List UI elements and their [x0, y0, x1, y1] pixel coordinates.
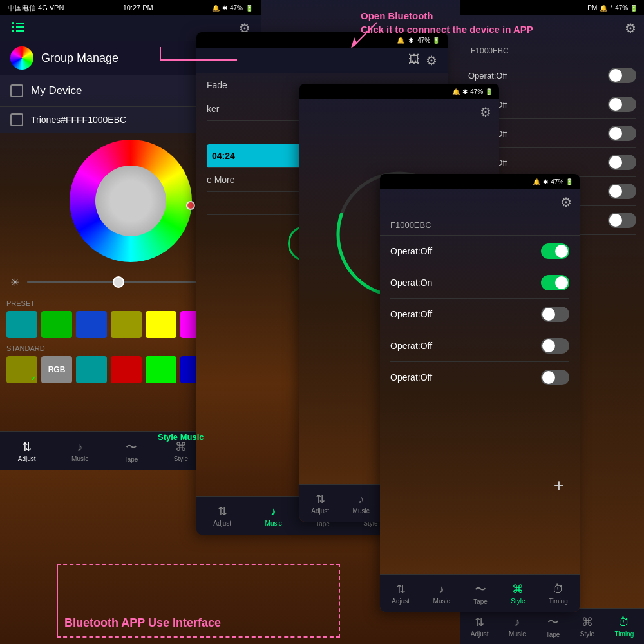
toggle-5-2[interactable] [608, 97, 636, 112]
annotation-line-group [160, 59, 237, 61]
bluetooth-annotation-text2: Click it to connnect the device in APP [361, 23, 533, 36]
screen4-nav-music[interactable]: ♪ Music [433, 583, 450, 605]
nav-music[interactable]: ♪ Music [71, 440, 88, 462]
screen3-gear-icon[interactable]: ⚙ [480, 104, 491, 120]
brightness-slider-thumb[interactable] [113, 276, 124, 288]
schedule-item-4-1: Operat:Off [390, 236, 569, 267]
screen5-time: PM [587, 5, 597, 12]
color-wheel-container[interactable] [70, 140, 192, 262]
song-title-fade: Fade [207, 80, 227, 90]
screen2-gear-icon[interactable]: ⚙ [426, 53, 437, 68]
screen4-nav-adjust[interactable]: ⇅ Adjust [392, 582, 410, 605]
tape-icon-5: 〜 [547, 614, 559, 630]
standard-swatch-rgb[interactable]: RGB [41, 356, 72, 383]
preset-swatch-2[interactable] [41, 311, 72, 338]
schedule-item-4-3: Operat:Off [390, 299, 569, 330]
style-nav-label: Style [174, 455, 188, 462]
toggle-5-1[interactable] [608, 68, 636, 83]
bt-icon: ✱ [222, 5, 227, 12]
screen4-tape-label: Tape [473, 598, 488, 605]
toggle-5-6[interactable] [608, 213, 636, 228]
screen2-nav-music[interactable]: ♪ Music [265, 505, 282, 527]
screen5-nav-timing[interactable]: ⏱ Timing [615, 616, 634, 638]
screen4-timing-label: Timing [549, 598, 568, 605]
preset-swatch-5[interactable] [146, 311, 176, 338]
screen5-style-label: Style [580, 630, 594, 638]
schedule-label-5-1: Operat:Off [468, 71, 507, 80]
style-nav-icon: ⌘ [175, 440, 187, 454]
toggle-4-2[interactable] [541, 275, 569, 290]
image-icon[interactable]: 🖼 [408, 53, 420, 68]
song-title-ker: ker [207, 104, 219, 114]
nav-tape[interactable]: 〜 Tape [124, 439, 138, 463]
toggle-4-3[interactable] [541, 307, 569, 322]
screen3-nav-adjust[interactable]: ⇅ Adjust [311, 492, 329, 515]
color-wheel[interactable] [70, 140, 192, 262]
standard-swatch-5[interactable] [146, 356, 176, 383]
standard-swatch-3[interactable] [76, 356, 107, 383]
screen4-nav-timing[interactable]: ⏱ Timing [549, 583, 568, 605]
time-text: 10:27 PM [123, 4, 153, 12]
screen3-battery: 47% 🔋 [470, 88, 493, 95]
status-bar: 中国电信 4G VPN 10:27 PM 🔔 ✱ 47% 🔋 [0, 0, 261, 15]
menu-icon[interactable] [10, 21, 26, 36]
adjust-icon-3: ⇅ [316, 492, 325, 506]
screen3-nav-music[interactable]: ♪ Music [353, 493, 370, 515]
screen5-nav-style[interactable]: ⌘ Style [580, 615, 594, 638]
toggle-5-3[interactable] [608, 126, 636, 141]
brightness-min-icon: ☀ [10, 276, 19, 289]
preset-swatch-3[interactable] [76, 311, 107, 338]
music-nav-icon: ♪ [77, 440, 83, 454]
screen5-nav-music[interactable]: ♪ Music [509, 616, 526, 638]
screen5-nav-tape[interactable]: 〜 Tape [546, 614, 560, 638]
standard-swatch-4[interactable] [111, 356, 142, 383]
screen2-bt: ✱ [408, 37, 413, 44]
screen5-tape-label: Tape [546, 631, 560, 638]
screen4-bottom-nav: ⇅ Adjust ♪ Music 〜 Tape ⌘ Style ⏱ Timing [380, 574, 580, 612]
standard-swatch-1[interactable]: ✓ [6, 356, 37, 383]
schedule-label-4-1: Operat:Off [390, 246, 432, 256]
screen2-adjust-label: Adjust [213, 520, 231, 527]
screen3-music-label: Music [353, 507, 370, 515]
toggle-4-5[interactable] [541, 370, 569, 385]
screen4-plus-button[interactable]: + [554, 475, 564, 496]
svg-point-0 [12, 22, 14, 24]
screen5-gear-icon[interactable]: ⚙ [625, 21, 636, 36]
schedule-item-4-2: Operat:On [390, 267, 569, 299]
music-icon-5: ♪ [515, 616, 520, 629]
screen5-adjust-label: Adjust [471, 630, 489, 638]
battery-icon: 🔋 [245, 5, 253, 12]
timing-icon-4: ⏱ [553, 583, 564, 596]
triones-device-icon [10, 113, 23, 126]
screen2-header: 🖼 ⚙ [196, 48, 448, 73]
screen5-device-id: F1000EBC [460, 41, 644, 61]
toggle-4-4[interactable] [541, 338, 569, 354]
preset-swatch-1[interactable] [6, 311, 37, 338]
annotation-vert-group [160, 47, 161, 60]
adjust-nav-label: Adjust [18, 455, 36, 462]
screen5-nav-adjust[interactable]: ⇅ Adjust [471, 615, 489, 638]
screen5-bell: 🔔 [600, 5, 607, 12]
screen4-nav-tape[interactable]: 〜 Tape [473, 582, 488, 605]
color-wheel-selector[interactable] [186, 201, 195, 210]
music-icon-3: ♪ [358, 493, 364, 506]
nav-style[interactable]: ⌘ Style [174, 440, 188, 462]
style-icon-4: ⌘ [512, 582, 524, 596]
screen2-bell: 🔔 [397, 37, 404, 44]
toggle-4-1[interactable] [541, 243, 569, 259]
screen4-nav-style[interactable]: ⌘ Style [511, 582, 525, 605]
toggle-5-4[interactable] [608, 155, 636, 170]
preset-swatch-4[interactable] [111, 311, 142, 338]
screen5-bottom-nav: ⇅ Adjust ♪ Music 〜 Tape ⌘ Style ⏱ Timing [460, 608, 644, 644]
toggle-5-5[interactable] [608, 184, 636, 199]
tape-nav-label: Tape [124, 456, 138, 463]
adjust-icon-5: ⇅ [475, 615, 484, 629]
screen5-bt: * [610, 5, 612, 12]
screen3-bell: 🔔 [452, 88, 460, 95]
screen4-bt: ✱ [543, 178, 548, 185]
screen4-gear-icon[interactable]: ⚙ [560, 194, 572, 210]
screen2-nav-adjust[interactable]: ⇅ Adjust [213, 504, 231, 527]
schedule-label-4-2: Operat:On [390, 278, 432, 288]
nav-adjust[interactable]: ⇅ Adjust [18, 440, 36, 462]
screen2-music-label: Music [265, 520, 282, 527]
